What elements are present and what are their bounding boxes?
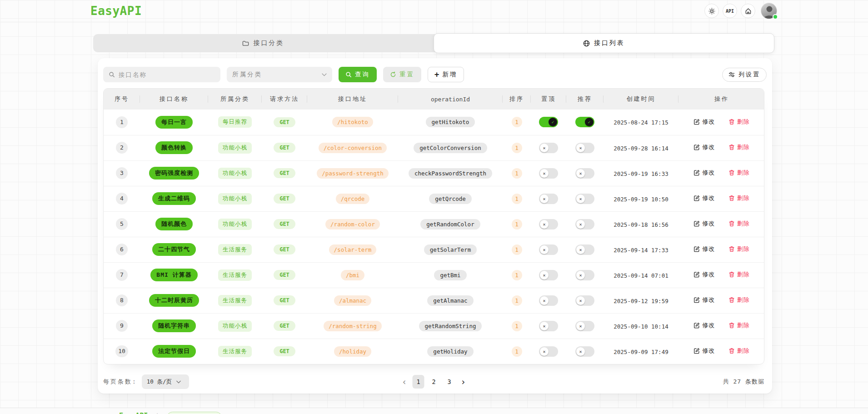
prev-page-button[interactable]: ‹ [400, 378, 409, 386]
column-header: 排序 [503, 89, 531, 110]
delete-button[interactable]: 删除 [728, 118, 750, 126]
created-time: 2025-09-18 16:56 [614, 221, 668, 228]
delete-button[interactable]: 删除 [728, 143, 750, 151]
pinned-toggle[interactable]: ✕ [539, 168, 558, 179]
search-input[interactable] [119, 71, 215, 78]
edit-icon [693, 220, 700, 227]
api-path-pill: /bmi [341, 270, 364, 280]
pinned-toggle[interactable]: ✕ [539, 143, 558, 153]
delete-button[interactable]: 删除 [728, 321, 750, 329]
api-name-pill: 随机字符串 [152, 319, 196, 332]
pinned-toggle[interactable]: ✕ [539, 194, 558, 204]
operation-id-pill: getAlmanac [427, 295, 473, 306]
recommended-toggle[interactable]: ✕ [575, 143, 594, 153]
recommended-toggle[interactable]: ✕ [575, 270, 594, 280]
delete-button[interactable]: 删除 [728, 245, 750, 253]
column-settings-label: 列设置 [738, 70, 760, 79]
edit-button[interactable]: 修改 [693, 296, 715, 304]
operation-id-pill: getHoliday [427, 346, 473, 357]
api-docs-button[interactable]: API [723, 4, 737, 18]
method-pill: GET [274, 244, 295, 254]
recommended-toggle[interactable]: ✕ [575, 194, 594, 204]
delete-button[interactable]: 删除 [728, 194, 750, 202]
trash-icon [728, 246, 735, 252]
edit-button[interactable]: 修改 [693, 270, 715, 279]
recommended-toggle[interactable]: ✕ [575, 219, 594, 229]
add-button-label: 新增 [442, 70, 457, 79]
recommended-toggle[interactable]: ✕ [575, 346, 594, 357]
method-pill: GET [274, 117, 295, 127]
trash-icon [728, 348, 735, 354]
row-index-badge: 9 [116, 320, 128, 332]
api-list-card: 所属分类 查询 重置 + 新增 [98, 58, 772, 394]
api-name-pill: 每日一言 [155, 116, 193, 129]
column-header: 置顶 [531, 89, 566, 110]
edit-button[interactable]: 修改 [693, 169, 715, 177]
recommended-toggle[interactable]: ✕ [575, 168, 594, 179]
delete-button[interactable]: 删除 [728, 347, 750, 355]
add-button[interactable]: + 新增 [428, 67, 464, 82]
user-avatar[interactable] [761, 3, 777, 19]
reset-button[interactable]: 重置 [383, 67, 421, 82]
column-header: 操作 [678, 89, 764, 110]
pinned-toggle[interactable]: ✕ [539, 321, 558, 331]
edit-button[interactable]: 修改 [693, 219, 715, 228]
page-size-select[interactable]: 10 条/页 [142, 374, 189, 389]
recommended-toggle[interactable]: ✕ [575, 295, 594, 306]
delete-button[interactable]: 删除 [728, 169, 750, 177]
column-settings-button[interactable]: 列设置 [722, 68, 767, 82]
pinned-toggle[interactable]: ✕ [539, 219, 558, 229]
main-content: 接口分类 接口列表 所属分类 [93, 34, 774, 394]
row-index-badge: 5 [116, 218, 128, 230]
page-button-3[interactable]: 3 [444, 375, 455, 389]
api-name-pill: 颜色转换 [155, 141, 193, 154]
method-pill: GET [274, 168, 295, 178]
edit-button[interactable]: 修改 [693, 143, 715, 151]
row-index-badge: 10 [115, 345, 128, 357]
pinned-toggle[interactable]: ✕ [539, 295, 558, 306]
query-button-label: 查询 [355, 70, 370, 79]
api-path-pill: /solar-term [329, 244, 377, 255]
pinned-toggle[interactable]: ✓ [539, 117, 558, 127]
trash-icon [728, 297, 735, 303]
category-select[interactable]: 所属分类 [227, 67, 332, 82]
edit-icon [693, 170, 700, 176]
home-icon [745, 8, 752, 15]
search-box[interactable] [103, 67, 220, 82]
method-pill: GET [274, 321, 295, 331]
edit-button[interactable]: 修改 [693, 321, 715, 329]
recommended-toggle[interactable]: ✕ [575, 244, 594, 255]
next-page-button[interactable]: › [459, 378, 468, 386]
theme-toggle-button[interactable] [704, 4, 719, 18]
recommended-toggle[interactable]: ✓ [575, 117, 594, 127]
api-path-pill: /random-string [324, 321, 381, 331]
category-pill: 功能小栈 [218, 168, 252, 179]
tab-api-categories[interactable]: 接口分类 [93, 34, 434, 52]
delete-button[interactable]: 删除 [728, 296, 750, 304]
delete-button[interactable]: 删除 [728, 219, 750, 228]
edit-button[interactable]: 修改 [693, 194, 715, 202]
tab-label: 接口列表 [594, 39, 625, 47]
page-button-1[interactable]: 1 [413, 375, 424, 389]
pinned-toggle[interactable]: ✕ [539, 346, 558, 357]
method-pill: GET [274, 295, 295, 305]
sort-badge: 1 [512, 244, 522, 255]
trash-icon [728, 271, 735, 278]
home-button[interactable] [741, 4, 755, 18]
recommended-toggle[interactable]: ✕ [575, 321, 594, 331]
pinned-toggle[interactable]: ✕ [539, 270, 558, 280]
tab-api-list[interactable]: 接口列表 [434, 33, 775, 53]
delete-button[interactable]: 删除 [728, 270, 750, 279]
pinned-toggle[interactable]: ✕ [539, 244, 558, 255]
row-index-badge: 6 [116, 244, 128, 255]
category-pill: 功能小栈 [218, 219, 252, 230]
edit-button[interactable]: 修改 [693, 118, 715, 126]
page-button-2[interactable]: 2 [428, 375, 440, 389]
query-button[interactable]: 查询 [339, 67, 377, 82]
sun-icon [708, 8, 715, 15]
api-name-pill: 生成二维码 [152, 192, 196, 205]
trash-icon [728, 144, 735, 150]
edit-button[interactable]: 修改 [693, 347, 715, 355]
edit-button[interactable]: 修改 [693, 245, 715, 253]
edit-icon [693, 271, 700, 278]
